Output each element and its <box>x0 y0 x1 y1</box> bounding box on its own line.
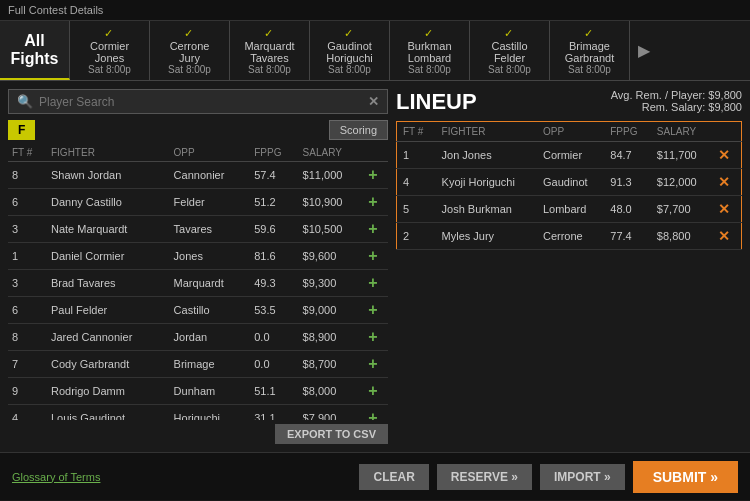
fighter-name[interactable]: Rodrigo Damm <box>47 378 170 405</box>
add-fighter-icon[interactable]: + <box>368 193 377 210</box>
fighter-salary: $8,900 <box>299 324 365 351</box>
filter-button[interactable]: F <box>8 120 35 140</box>
fighter-add[interactable]: + <box>364 162 388 189</box>
add-fighter-icon[interactable]: + <box>368 355 377 372</box>
fighter-add[interactable]: + <box>364 351 388 378</box>
remove-fighter-icon[interactable]: ✕ <box>718 147 730 163</box>
fighter-add[interactable]: + <box>364 405 388 421</box>
add-fighter-icon[interactable]: + <box>368 274 377 291</box>
tab-all-fights[interactable]: All Fights <box>0 21 70 80</box>
fighter-name[interactable]: Jared Cannonier <box>47 324 170 351</box>
fighter-opp: Brimage <box>170 351 251 378</box>
lineup-remove[interactable]: ✕ <box>712 223 741 250</box>
add-fighter-icon[interactable]: + <box>368 301 377 318</box>
lineup-row: 1 Jon Jones Cormier 84.7 $11,700 ✕ <box>397 142 742 169</box>
col-ft: FT # <box>8 144 47 162</box>
fighter-name[interactable]: Brad Tavares <box>47 270 170 297</box>
table-row: 6 Danny Castillo Felder 51.2 $10,900 + <box>8 189 388 216</box>
import-button[interactable]: IMPORT » <box>540 464 625 490</box>
export-csv-button[interactable]: EXPORT TO CSV <box>275 424 388 444</box>
lineup-fighter-name[interactable]: Jon Jones <box>436 142 537 169</box>
tab-mt-time: Sat 8:00p <box>248 64 291 75</box>
fighter-fppg: 51.2 <box>250 189 298 216</box>
tab-burkman-lombard[interactable]: ✓ BurkmanLombard Sat 8:00p <box>390 21 470 80</box>
lineup-salary: $7,700 <box>651 196 712 223</box>
lineup-ft: 5 <box>397 196 436 223</box>
glossary-link[interactable]: Glossary of Terms <box>12 471 100 483</box>
lineup-fighter-name[interactable]: Kyoji Horiguchi <box>436 169 537 196</box>
fighter-opp: Marquardt <box>170 270 251 297</box>
add-fighter-icon[interactable]: + <box>368 328 377 345</box>
remove-fighter-icon[interactable]: ✕ <box>718 174 730 190</box>
fighter-fppg: 81.6 <box>250 243 298 270</box>
add-fighter-icon[interactable]: + <box>368 409 377 420</box>
fighter-add[interactable]: + <box>364 324 388 351</box>
tab-brimage-garbrandt[interactable]: ✓ BrimageGarbrandt Sat 8:00p <box>550 21 630 80</box>
fighter-fppg: 31.1 <box>250 405 298 421</box>
lineup-opp: Gaudinot <box>537 169 604 196</box>
nav-next-arrow[interactable]: ▶ <box>630 21 658 80</box>
fighter-opp: Dunham <box>170 378 251 405</box>
fighter-opp: Jones <box>170 243 251 270</box>
lineup-col-fighter: FIGHTER <box>436 122 537 142</box>
remove-fighter-icon[interactable]: ✕ <box>718 201 730 217</box>
fighter-fppg: 51.1 <box>250 378 298 405</box>
tab-gh-names: GaudinotHoriguchi <box>326 40 372 64</box>
tab-bl-names: BurkmanLombard <box>407 40 451 64</box>
lineup-opp: Cormier <box>537 142 604 169</box>
fighter-name[interactable]: Daniel Cormier <box>47 243 170 270</box>
fighter-name[interactable]: Cody Garbrandt <box>47 351 170 378</box>
lineup-header: LINEUP Avg. Rem. / Player: $9,800 Rem. S… <box>396 89 742 115</box>
fighter-add[interactable]: + <box>364 270 388 297</box>
tab-cj-names: CormierJones <box>90 40 129 64</box>
fighter-add[interactable]: + <box>364 378 388 405</box>
clear-button[interactable]: CLEAR <box>359 464 428 490</box>
table-row: 9 Rodrigo Damm Dunham 51.1 $8,000 + <box>8 378 388 405</box>
table-row: 8 Jared Cannonier Jordan 0.0 $8,900 + <box>8 324 388 351</box>
col-opp: OPP <box>170 144 251 162</box>
top-bar: Full Contest Details <box>0 0 750 21</box>
fighter-name[interactable]: Nate Marquardt <box>47 216 170 243</box>
tab-marquardt-tavares[interactable]: ✓ MarquardtTavares Sat 8:00p <box>230 21 310 80</box>
tab-gh-time: Sat 8:00p <box>328 64 371 75</box>
lineup-ft: 2 <box>397 223 436 250</box>
add-fighter-icon[interactable]: + <box>368 247 377 264</box>
fighter-add[interactable]: + <box>364 243 388 270</box>
lineup-remove[interactable]: ✕ <box>712 196 741 223</box>
fighter-add[interactable]: + <box>364 189 388 216</box>
submit-button[interactable]: SUBMIT » <box>633 461 738 493</box>
lineup-col-salary: SALARY <box>651 122 712 142</box>
table-header-row: FT # FIGHTER OPP FPPG SALARY <box>8 144 388 162</box>
fighter-salary: $9,600 <box>299 243 365 270</box>
tab-castillo-felder[interactable]: ✓ CastilloFelder Sat 8:00p <box>470 21 550 80</box>
add-fighter-icon[interactable]: + <box>368 382 377 399</box>
add-fighter-icon[interactable]: + <box>368 166 377 183</box>
add-fighter-icon[interactable]: + <box>368 220 377 237</box>
lineup-fighter-name[interactable]: Josh Burkman <box>436 196 537 223</box>
fighter-name[interactable]: Shawn Jordan <box>47 162 170 189</box>
reserve-button[interactable]: RESERVE » <box>437 464 532 490</box>
fighter-opp: Cannonier <box>170 162 251 189</box>
fighter-name[interactable]: Danny Castillo <box>47 189 170 216</box>
bottom-bar: Glossary of Terms CLEAR RESERVE » IMPORT… <box>0 452 750 500</box>
remove-fighter-icon[interactable]: ✕ <box>718 228 730 244</box>
search-input[interactable] <box>39 95 362 109</box>
tab-gaudinot-horiguchi[interactable]: ✓ GaudinotHoriguchi Sat 8:00p <box>310 21 390 80</box>
scoring-button[interactable]: Scoring <box>329 120 388 140</box>
fighter-table-wrapper[interactable]: FT # FIGHTER OPP FPPG SALARY 8 Shawn Jor… <box>8 144 388 420</box>
tab-cerrone-jury[interactable]: ✓ CerroneJury Sat 8:00p <box>150 21 230 80</box>
fighter-opp: Horiguchi <box>170 405 251 421</box>
fighter-add[interactable]: + <box>364 297 388 324</box>
tab-gh-check: ✓ <box>344 27 353 40</box>
fighter-ft: 8 <box>8 324 47 351</box>
main-content: 🔍 ✕ F Scoring FT # FIGHTER OPP FPPG SALA… <box>0 81 750 452</box>
fighter-ft: 7 <box>8 351 47 378</box>
lineup-fighter-name[interactable]: Myles Jury <box>436 223 537 250</box>
tab-cormier-jones[interactable]: ✓ CormierJones Sat 8:00p <box>70 21 150 80</box>
lineup-remove[interactable]: ✕ <box>712 169 741 196</box>
lineup-remove[interactable]: ✕ <box>712 142 741 169</box>
fighter-name[interactable]: Louis Gaudinot <box>47 405 170 421</box>
fighter-add[interactable]: + <box>364 216 388 243</box>
clear-search-icon[interactable]: ✕ <box>368 94 379 109</box>
fighter-name[interactable]: Paul Felder <box>47 297 170 324</box>
